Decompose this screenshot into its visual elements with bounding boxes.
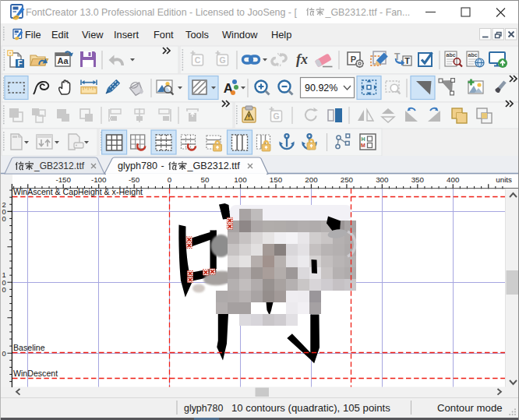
svg-text:F: F	[17, 59, 22, 68]
svg-text:FontCreator 13.0 Professional: FontCreator 13.0 Professional Edition - …	[26, 7, 297, 18]
svg-text:_GB2312.ttf - Fan...: _GB2312.ttf - Fan...	[325, 7, 411, 18]
svg-text:Tools: Tools	[185, 29, 209, 41]
svg-text:WinAscent & CapHeight & x-Heig: WinAscent & CapHeight & x-Height	[13, 187, 143, 196]
svg-text:100: 100	[234, 175, 247, 184]
svg-text:90.92%: 90.92%	[305, 83, 337, 94]
svg-text:T: T	[394, 51, 401, 62]
svg-text:G: G	[273, 111, 279, 121]
svg-text:Contour mode: Contour mode	[437, 402, 503, 414]
svg-text:Window: Window	[222, 29, 258, 41]
svg-text:G: G	[219, 55, 225, 65]
svg-text:0: 0	[168, 175, 172, 184]
svg-text:250: 250	[341, 175, 354, 184]
svg-text:350: 350	[411, 175, 425, 184]
svg-text:abc: abc	[468, 52, 478, 58]
svg-text:WinDescent: WinDescent	[13, 369, 58, 378]
svg-text:abc: abc	[447, 52, 456, 58]
svg-text:fx: fx	[296, 51, 308, 67]
svg-text:View: View	[82, 29, 104, 41]
svg-text:400: 400	[447, 175, 460, 184]
svg-text:C: C	[195, 55, 201, 65]
svg-text:0: 0	[2, 349, 5, 358]
svg-text:_GB2312.ttf: _GB2312.ttf	[187, 161, 241, 171]
svg-text:Insert: Insert	[114, 29, 139, 41]
svg-text:-100: -100	[91, 175, 107, 184]
svg-text:glyph780: glyph780	[118, 161, 157, 171]
svg-text:Help: Help	[271, 29, 291, 41]
svg-text:units: units	[496, 175, 512, 184]
svg-text:200: 200	[305, 175, 318, 184]
svg-text:10 contours (quadratic), 105 p: 10 contours (quadratic), 105 points	[231, 402, 390, 414]
svg-text:-50: -50	[129, 175, 140, 184]
svg-text:Baseline: Baseline	[13, 343, 45, 352]
svg-text:Edit: Edit	[51, 29, 69, 41]
svg-text:glyph780: glyph780	[184, 403, 223, 414]
svg-text:-150: -150	[55, 175, 71, 184]
svg-text:M: M	[361, 143, 365, 148]
svg-text:File: File	[25, 29, 41, 41]
svg-text:0: 0	[2, 214, 5, 223]
svg-text:H: H	[361, 136, 365, 142]
svg-text:P: P	[351, 55, 356, 64]
svg-text:50: 50	[201, 175, 210, 184]
svg-text:_GB2312.ttf: _GB2312.ttf	[34, 161, 85, 171]
svg-text:Aa: Aa	[57, 56, 69, 65]
svg-text:Font: Font	[154, 29, 174, 41]
svg-text:-: -	[161, 161, 164, 171]
svg-text:T: T	[404, 56, 410, 65]
svg-text:0: 0	[2, 285, 5, 294]
svg-text:150: 150	[270, 175, 283, 184]
svg-text:300: 300	[376, 175, 389, 184]
